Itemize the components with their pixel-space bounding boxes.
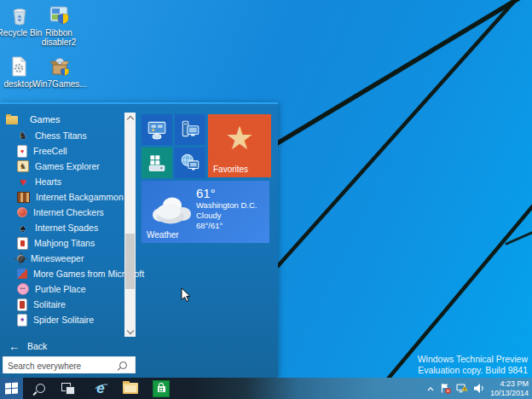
back-button[interactable]: ← Back	[0, 338, 47, 354]
weather-tile-label: Weather	[147, 230, 179, 240]
search-box	[3, 356, 136, 373]
games-explorer-icon	[17, 160, 29, 172]
start-button[interactable]	[0, 378, 23, 399]
start-menu-item-label: Hearts	[35, 176, 61, 187]
start-menu-scrollbar[interactable]	[124, 113, 136, 337]
start-menu-item-label: Internet Spades	[35, 223, 98, 233]
scroll-up-arrow[interactable]	[124, 113, 136, 123]
tile-favorites[interactable]: ★ Favorites	[208, 114, 271, 177]
more-games-icon	[17, 269, 27, 279]
start-menu-item[interactable]: Solitaire	[0, 297, 124, 312]
start-menu-item[interactable]: Internet Backgammon	[0, 189, 124, 205]
start-menu-item-label: Purble Place	[35, 284, 86, 294]
chess-knight-icon	[17, 130, 29, 142]
clock-time: 4:23 PM	[490, 379, 529, 389]
scroll-down-arrow[interactable]	[124, 327, 136, 337]
spider-card-icon	[17, 314, 27, 327]
recycle-bin-icon	[9, 4, 31, 26]
back-arrow-icon: ←	[9, 341, 20, 352]
tile-os-drive[interactable]	[142, 147, 172, 178]
desktop-icon-label: desktop	[3, 79, 33, 89]
computer-icon	[179, 119, 201, 141]
spades-icon	[17, 222, 29, 234]
tile-network[interactable]	[175, 147, 205, 178]
store-button[interactable]	[151, 378, 171, 399]
speaker-icon[interactable]	[473, 383, 485, 394]
shield-app-icon	[48, 4, 70, 26]
purble-icon	[17, 283, 29, 295]
internet-explorer-icon: e	[96, 381, 104, 396]
internet-explorer-button[interactable]: e	[90, 378, 111, 399]
start-menu-item[interactable]: Games Explorer	[0, 159, 124, 174]
file-explorer-icon	[123, 383, 138, 394]
start-menu-header: Games	[0, 111, 60, 128]
windows-logo-icon	[5, 382, 18, 394]
task-view-icon	[61, 383, 75, 395]
start-menu-header-label: Games	[30, 114, 60, 124]
start-menu-item-label: Internet Backgammon	[36, 192, 124, 202]
task-view-button[interactable]	[58, 378, 78, 399]
start-menu-list: Chess TitansFreeCellGames ExplorerHearts…	[0, 128, 124, 327]
start-menu-item[interactable]: Internet Checkers	[0, 205, 124, 220]
start-menu-item[interactable]: Minesweeper	[0, 251, 124, 266]
mahjong-tile-icon	[17, 237, 28, 250]
watermark-line1: Windows Technical Preview	[418, 354, 528, 365]
installer-box-icon	[49, 55, 71, 78]
system-tray: 4:23 PM 10/13/2014	[426, 378, 532, 399]
star-icon: ★	[208, 119, 271, 157]
checkers-icon	[17, 207, 27, 217]
start-menu: Games Chess TitansFreeCellGames Explorer…	[0, 102, 278, 378]
action-center-flag-icon[interactable]	[440, 383, 451, 394]
scrollbar-thumb[interactable]	[125, 234, 135, 289]
file-explorer-button[interactable]	[120, 378, 141, 399]
favorites-tile-label: Favorites	[213, 165, 248, 174]
start-menu-item-label: Chess Titans	[35, 130, 87, 141]
start-menu-item-label: Games Explorer	[35, 161, 100, 171]
start-menu-item[interactable]: Hearts	[0, 174, 124, 189]
hearts-icon	[17, 176, 29, 188]
tile-weather[interactable]: 61° Washington D.C. Cloudy 68°/61° Weath…	[142, 181, 269, 243]
weather-condition: Cloudy	[196, 211, 257, 221]
start-menu-item[interactable]: Spider Solitaire	[0, 312, 124, 327]
start-menu-item[interactable]: Chess Titans	[0, 128, 124, 143]
cloud-icon	[147, 193, 194, 225]
solitaire-card-icon	[17, 298, 27, 311]
start-menu-item-label: Solitaire	[33, 299, 66, 309]
tile-this-pc[interactable]	[175, 114, 205, 145]
weather-high-low: 68°/61°	[196, 221, 257, 231]
start-menu-item-label: Minesweeper	[31, 253, 84, 263]
start-menu-item[interactable]: Internet Spades	[0, 220, 124, 235]
search-input[interactable]	[6, 358, 120, 373]
windows-drive-icon	[146, 152, 168, 174]
hidden-icons-chevron-icon[interactable]	[426, 385, 435, 392]
start-menu-item-label: Mahjong Titans	[34, 238, 95, 248]
search-icon	[36, 384, 45, 393]
start-menu-item[interactable]: Purble Place	[0, 281, 124, 297]
freecell-cards-icon	[17, 145, 27, 158]
desktop-icon-win7games[interactable]: Win7Games...	[35, 55, 84, 89]
tile-control-panel[interactable]	[142, 114, 172, 145]
watermark-line2: Evaluation copy. Build 9841	[418, 365, 528, 376]
taskbar-search-button[interactable]	[30, 378, 50, 399]
control-panel-icon	[146, 119, 168, 141]
desktop-icon-label: Win7Games...	[32, 79, 86, 89]
network-warning-icon[interactable]	[456, 383, 468, 394]
taskbar-clock[interactable]: 4:23 PM 10/13/2014	[490, 379, 529, 397]
evaluation-watermark: Windows Technical Preview Evaluation cop…	[418, 354, 528, 376]
start-menu-item-label: Spider Solitaire	[33, 315, 94, 325]
globe-monitor-icon	[179, 152, 201, 174]
start-menu-item[interactable]: Mahjong Titans	[0, 235, 124, 251]
backgammon-icon	[17, 192, 30, 203]
search-icon[interactable]	[119, 361, 127, 369]
start-menu-item[interactable]: FreeCell	[0, 143, 124, 159]
start-menu-item-label: FreeCell	[33, 146, 67, 156]
start-menu-item-label: Internet Checkers	[33, 207, 104, 217]
desktop-icon-ribbon-disabler[interactable]: Ribbon disabler2	[34, 4, 84, 47]
mine-icon	[17, 255, 25, 263]
settings-file-icon	[8, 55, 30, 78]
back-label: Back	[27, 341, 47, 351]
store-icon	[153, 380, 170, 397]
desktop[interactable]: Recycle Bin Ribbon disabler2 desktop	[0, 0, 532, 399]
weather-city: Washington D.C.	[196, 200, 257, 211]
start-menu-item[interactable]: More Games from Microsoft	[0, 266, 124, 281]
